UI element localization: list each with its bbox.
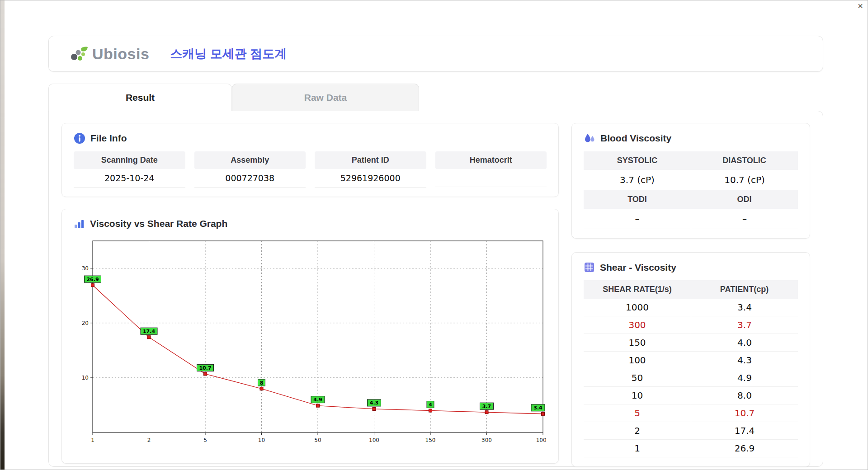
data-point-marker [204, 372, 207, 376]
file-info-grid: Scanning Date2025-10-24Assembly000727038… [74, 151, 547, 188]
tab-raw-data[interactable]: Raw Data [232, 84, 419, 111]
blood-viscosity-card: Blood Viscosity SYSTOLICDIASTOLIC3.7 (cP… [571, 123, 810, 239]
shear-rate-column-header: SHEAR RATE(1/s) [584, 280, 691, 299]
file-info-card: File Info Scanning Date2025-10-24Assembl… [61, 123, 559, 197]
blood-viscosity-header: Blood Viscosity [584, 132, 798, 144]
left-column: File Info Scanning Date2025-10-24Assembl… [61, 123, 559, 461]
file-info-field-label: Assembly [194, 151, 306, 169]
close-button[interactable]: × [858, 1, 863, 10]
file-info-field-label: Scanning Date [74, 151, 185, 169]
x-tick-label: 1000 [536, 437, 546, 443]
x-tick-label: 2 [147, 437, 151, 443]
graph-header: Viscosity vs Shear Rate Graph [74, 218, 547, 229]
blood-viscosity-label: SYSTOLIC [584, 151, 691, 170]
data-point-label: 4.3 [370, 400, 379, 406]
x-tick-label: 5 [203, 437, 207, 443]
file-info-column: Scanning Date2025-10-24 [74, 151, 185, 188]
header-bar: Ubiosis 스캐닝 모세관 점도계 [48, 36, 823, 72]
y-tick-label: 20 [82, 320, 89, 326]
patient-cell: 8.0 [691, 387, 798, 404]
file-info-field-value: 52961926000 [315, 169, 426, 188]
x-tick-label: 50 [314, 437, 321, 443]
data-point-marker [373, 407, 376, 410]
blood-viscosity-label: ODI [691, 190, 798, 209]
blood-viscosity-label: DIASTOLIC [691, 151, 798, 170]
data-point-label: 10.7 [199, 365, 211, 371]
patient-cell: 10.7 [691, 404, 798, 422]
data-point-marker [316, 404, 320, 407]
blood-viscosity-value: – [691, 209, 798, 229]
data-point-label: 3.4 [533, 405, 542, 411]
main-content: Ubiosis 스캐닝 모세관 점도계 Result Raw Data File [48, 36, 823, 467]
blood-viscosity-value: 10.7 (cP) [691, 170, 798, 190]
result-panel: File Info Scanning Date2025-10-24Assembl… [48, 111, 823, 467]
patient-cell: 3.4 [691, 299, 798, 316]
data-point-marker [91, 284, 94, 287]
shear-rate-cell: 1 [584, 440, 691, 457]
data-point-label: 4.9 [313, 397, 322, 403]
y-tick-label: 10 [82, 375, 89, 381]
shear-viscosity-title: Shear - Viscosity [600, 262, 676, 273]
right-column: Blood Viscosity SYSTOLICDIASTOLIC3.7 (cP… [571, 123, 810, 461]
file-info-column: Patient ID52961926000 [315, 151, 426, 188]
patient-cell: 4.9 [691, 369, 798, 387]
data-point-marker [485, 411, 488, 414]
tab-result[interactable]: Result [48, 84, 232, 111]
file-info-field-value: 2025-10-24 [74, 169, 185, 188]
shear-rate-cell: 5 [584, 404, 691, 422]
data-point-marker [429, 409, 432, 412]
data-point-label: 17.4 [143, 329, 155, 334]
blood-viscosity-label: TODI [584, 190, 691, 209]
file-info-field-value [435, 169, 547, 187]
tab-bar: Result Raw Data [48, 84, 823, 111]
viscosity-chart: 1020301251050100150300100026.917.410.784… [74, 236, 546, 452]
y-tick-label: 30 [82, 265, 89, 272]
blood-viscosity-grid: SYSTOLICDIASTOLIC3.7 (cP)10.7 (cP)TODIOD… [584, 151, 798, 229]
brand-logo-text: Ubiosis [92, 45, 149, 63]
graph-title: Viscosity vs Shear Rate Graph [90, 218, 227, 229]
data-point-label: 3.7 [482, 404, 491, 409]
data-point-label: 8 [260, 380, 264, 386]
app-title: 스캐닝 모세관 점도계 [170, 46, 287, 62]
brand-logo-icon [68, 43, 89, 64]
app-window: × Ubiosis 스캐닝 모세관 점도계 Result Raw Data [0, 0, 868, 470]
info-icon [74, 132, 85, 144]
data-point-label: 26.9 [86, 277, 99, 282]
desktop-edge [0, 0, 5, 470]
data-point-label: 4 [429, 402, 432, 408]
blood-viscosity-title: Blood Viscosity [600, 133, 671, 144]
patient-cell: 4.3 [691, 352, 798, 369]
x-tick-label: 10 [258, 437, 265, 443]
x-tick-label: 150 [425, 437, 436, 443]
file-info-title: File Info [90, 133, 127, 144]
x-tick-label: 100 [369, 437, 379, 443]
droplet-icon [584, 132, 595, 144]
data-point-marker [542, 412, 545, 415]
data-point-marker [147, 336, 151, 339]
x-tick-label: 1 [91, 437, 94, 443]
file-info-field-value: 000727038 [194, 169, 306, 188]
file-info-column: Hematocrit [435, 151, 547, 188]
shear-rate-cell: 1000 [584, 299, 691, 316]
grid-table-icon [584, 262, 595, 273]
brand-logo: Ubiosis [68, 43, 149, 64]
data-point-marker [260, 387, 263, 390]
file-info-column: Assembly000727038 [194, 151, 306, 188]
shear-rate-cell: 50 [584, 369, 691, 387]
blood-viscosity-value: 3.7 (cP) [584, 170, 691, 190]
shear-rate-cell: 2 [584, 422, 691, 440]
patient-cell: 3.7 [691, 316, 798, 334]
file-info-field-label: Hematocrit [435, 151, 547, 169]
shear-viscosity-header: Shear - Viscosity [584, 262, 798, 273]
blood-viscosity-value: – [584, 209, 691, 229]
graph-card: Viscosity vs Shear Rate Graph 1020301251… [61, 209, 559, 464]
shear-viscosity-card: Shear - Viscosity SHEAR RATE(1/s) PATIEN… [571, 252, 810, 467]
file-info-field-label: Patient ID [315, 151, 426, 169]
shear-table: SHEAR RATE(1/s) PATIENT(cp) 10003.43003.… [584, 280, 798, 457]
patient-cell: 26.9 [691, 440, 798, 457]
bar-chart-icon [74, 218, 85, 229]
file-info-header: File Info [74, 132, 547, 144]
patient-column-header: PATIENT(cp) [691, 280, 798, 299]
shear-rate-cell: 100 [584, 352, 691, 369]
shear-rate-cell: 150 [584, 334, 691, 352]
